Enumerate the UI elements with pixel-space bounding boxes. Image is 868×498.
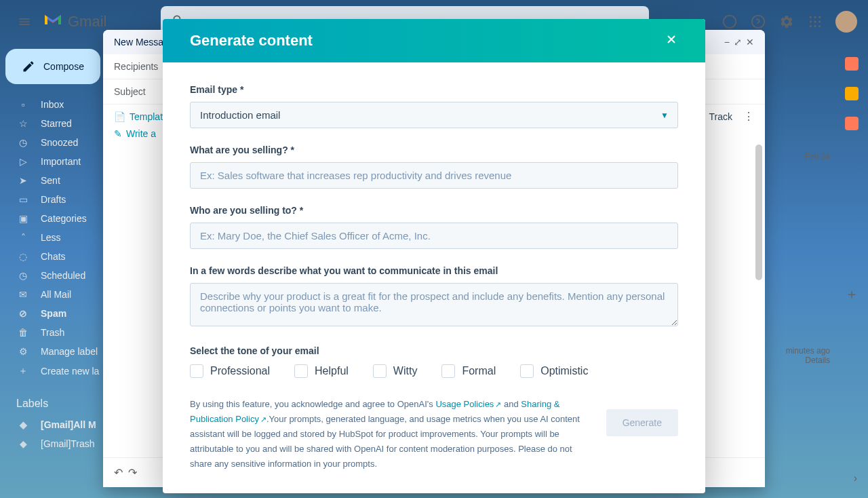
redo-icon[interactable]: ↷ <box>128 466 137 479</box>
compose-button[interactable]: Compose <box>5 49 100 84</box>
svg-point-2 <box>810 16 812 18</box>
keep-icon[interactable] <box>845 87 859 100</box>
send-icon: ➤ <box>16 175 30 186</box>
trash-icon: 🗑 <box>16 327 30 338</box>
chevron-right-icon[interactable]: › <box>854 472 857 484</box>
write-label: Write a <box>126 128 156 139</box>
audience-input[interactable] <box>190 223 678 249</box>
draft-icon: ▭ <box>16 194 30 205</box>
tone-text: Professional <box>210 365 270 377</box>
svg-point-1 <box>752 16 764 28</box>
menu-icon[interactable] <box>11 8 38 35</box>
chat-icon: ◌ <box>16 251 30 262</box>
modal-body: Email type * Introduction email ▼ What a… <box>163 62 705 493</box>
modal-close-button[interactable] <box>665 31 678 50</box>
checkbox-icon <box>190 364 203 378</box>
tone-helpful[interactable]: Helpful <box>294 364 349 378</box>
star-icon: ☆ <box>16 118 30 129</box>
sidebar-item-label: All Mail <box>41 289 71 300</box>
important-icon: ▷ <box>16 156 30 167</box>
checkbox-icon <box>294 364 308 378</box>
close-icon[interactable]: ✕ <box>746 37 754 47</box>
kebab-icon[interactable]: ⋮ <box>743 110 754 123</box>
modal-header: Generate content <box>163 19 705 62</box>
describe-label: In a few words describe what you want to… <box>190 265 678 276</box>
email-type-label: Email type * <box>190 84 678 95</box>
plus-icon: ＋ <box>16 365 30 377</box>
sidebar-item-label: Starred <box>41 118 72 129</box>
sidebar-item-label: Drafts <box>41 194 66 205</box>
gmail-logo-text: Gmail <box>68 13 106 31</box>
category-icon: ▣ <box>16 213 30 224</box>
label-icon: ◆ <box>16 438 30 449</box>
tone-text: Witty <box>393 365 418 377</box>
apps-icon[interactable] <box>807 14 823 30</box>
scrollbar[interactable] <box>755 145 762 280</box>
gear-icon: ⚙ <box>16 346 30 357</box>
svg-point-10 <box>818 25 821 27</box>
inbox-icon: ▫ <box>16 99 30 110</box>
status-icon[interactable] <box>722 14 738 30</box>
generate-button[interactable]: Generate <box>606 409 678 436</box>
audience-group: Who are you selling to? * <box>190 205 678 249</box>
tone-label: Select the tone of your email <box>190 345 678 356</box>
minimize-icon[interactable]: − <box>724 37 730 47</box>
sidebar-item-label: Inbox <box>41 99 64 110</box>
sidebar-item-label: Less <box>41 232 61 243</box>
undo-icon[interactable]: ↶ <box>114 466 123 479</box>
external-link-icon: ↗ <box>260 415 267 423</box>
clock-icon: ◷ <box>16 137 30 148</box>
disclaimer-text: By using this feature, you acknowledge a… <box>190 397 593 472</box>
sidebar-item-label: Chats <box>41 251 66 262</box>
tone-formal[interactable]: Formal <box>441 364 496 378</box>
svg-point-7 <box>818 20 821 22</box>
checkbox-icon <box>373 364 387 378</box>
tone-text: Optimistic <box>540 365 588 377</box>
email-type-group: Email type * Introduction email ▼ <box>190 84 678 128</box>
avatar[interactable] <box>835 11 857 33</box>
tone-group: Select the tone of your email Profession… <box>190 345 678 378</box>
svg-point-6 <box>814 20 816 22</box>
selling-group: What are you selling? * <box>190 145 678 189</box>
tone-professional[interactable]: Professional <box>190 364 270 378</box>
disclaimer-row: By using this feature, you acknowledge a… <box>190 397 678 472</box>
write-link[interactable]: ✎ Write a <box>114 128 156 139</box>
chevron-up-icon: ˄ <box>16 232 30 243</box>
tone-text: Formal <box>462 365 496 377</box>
compose-label: Compose <box>43 61 84 72</box>
usage-policies-link[interactable]: Usage Policies↗ <box>435 399 501 409</box>
sidebar-item-label: Create new la <box>41 366 99 377</box>
tone-witty[interactable]: Witty <box>373 364 418 378</box>
email-type-select[interactable]: Introduction email <box>190 102 678 128</box>
label-icon: ◆ <box>16 419 30 430</box>
tone-text: Helpful <box>315 365 349 377</box>
edit-icon: ✎ <box>114 128 122 139</box>
app-icon[interactable] <box>845 117 859 130</box>
gmail-logo[interactable]: Gmail <box>43 12 106 31</box>
selling-input[interactable] <box>190 162 678 189</box>
sidebar-item-label: [Gmail]All M <box>41 419 96 430</box>
generate-content-modal: Generate content Email type * Introducti… <box>163 19 705 493</box>
add-icon[interactable]: ＋ <box>845 285 859 303</box>
schedule-icon: ◷ <box>16 270 30 281</box>
tone-optimistic[interactable]: Optimistic <box>520 364 588 378</box>
svg-point-5 <box>810 20 812 22</box>
details-link[interactable]: Details <box>786 356 830 365</box>
sidebar-item-label: Snoozed <box>41 137 78 148</box>
right-info: minutes ago Details <box>786 346 830 365</box>
sidebar-item-label: Manage label <box>41 346 98 357</box>
sidebar-item-label: [Gmail]Trash <box>41 438 95 449</box>
help-icon[interactable] <box>750 14 766 30</box>
describe-textarea[interactable] <box>190 283 678 326</box>
date-label: Feb 24 <box>805 152 830 161</box>
sidebar-item-label: Spam <box>41 308 66 319</box>
settings-icon[interactable] <box>778 14 795 30</box>
checkbox-icon <box>520 364 534 378</box>
right-sidebar: ＋ <box>835 43 868 303</box>
expand-icon[interactable]: ⤢ <box>734 37 742 47</box>
template-icon: 📄 <box>114 111 125 122</box>
mail-icon: ✉ <box>16 289 30 300</box>
templates-link[interactable]: 📄 Template <box>114 111 168 122</box>
hubspot-icon[interactable] <box>845 57 859 71</box>
sidebar-item-label: Trash <box>41 327 64 338</box>
